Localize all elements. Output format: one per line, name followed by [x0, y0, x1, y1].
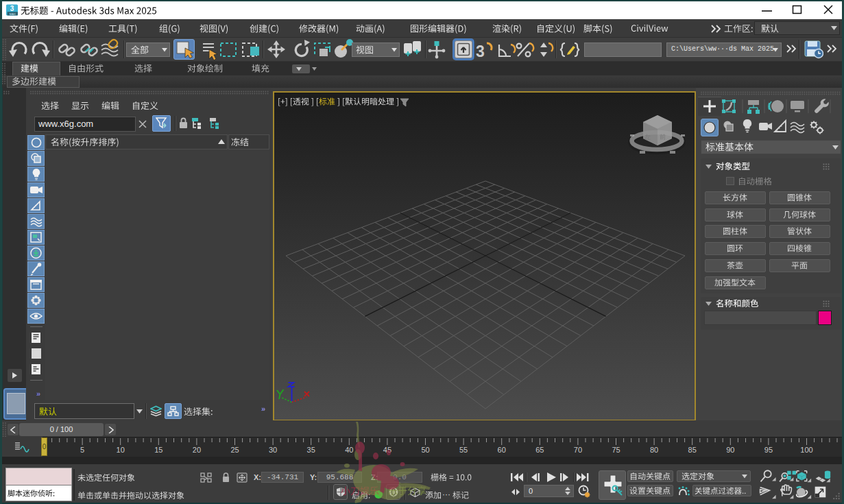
svg-text:90: 90 — [726, 446, 734, 454]
svg-text:35: 35 — [307, 446, 315, 454]
svg-text:15: 15 — [154, 446, 162, 454]
svg-text:75: 75 — [612, 446, 620, 454]
svg-text:10: 10 — [117, 446, 125, 454]
svg-text:MAX: MAX — [10, 12, 16, 16]
svg-text:3: 3 — [10, 5, 14, 12]
svg-text:3: 3 — [476, 43, 485, 60]
svg-text:95: 95 — [764, 446, 773, 454]
svg-text:25: 25 — [230, 446, 239, 454]
svg-text:5: 5 — [80, 446, 84, 454]
svg-text:100: 100 — [800, 446, 812, 454]
svg-text:65: 65 — [535, 446, 544, 454]
svg-text:60: 60 — [498, 446, 506, 454]
svg-text:85: 85 — [688, 446, 697, 454]
svg-text:20: 20 — [193, 446, 201, 454]
svg-text:70: 70 — [574, 446, 582, 454]
svg-text:30: 30 — [269, 446, 277, 454]
svg-text:80: 80 — [650, 446, 658, 454]
